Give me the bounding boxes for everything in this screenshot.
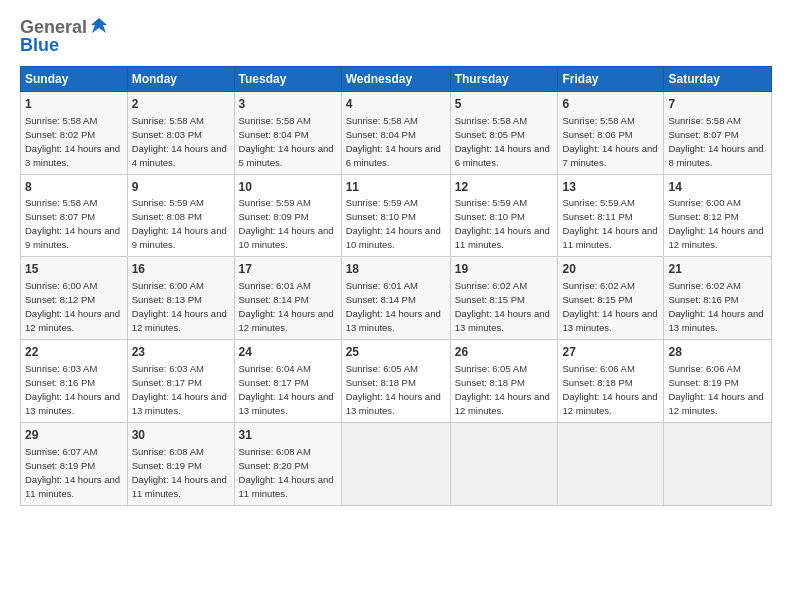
calendar-week-row: 8 Sunrise: 5:58 AMSunset: 8:07 PMDayligh… xyxy=(21,174,772,257)
day-info: Sunrise: 6:05 AMSunset: 8:18 PMDaylight:… xyxy=(455,363,550,416)
day-number: 18 xyxy=(346,261,446,278)
calendar-cell: 30 Sunrise: 6:08 AMSunset: 8:19 PMDaylig… xyxy=(127,422,234,505)
logo: General Blue xyxy=(20,16,109,56)
day-number: 29 xyxy=(25,427,123,444)
weekday-header-wednesday: Wednesday xyxy=(341,66,450,91)
day-info: Sunrise: 5:59 AMSunset: 8:11 PMDaylight:… xyxy=(562,197,657,250)
day-info: Sunrise: 6:01 AMSunset: 8:14 PMDaylight:… xyxy=(239,280,334,333)
page: General Blue SundayMondayTuesdayWednesda… xyxy=(0,0,792,612)
calendar-cell: 31 Sunrise: 6:08 AMSunset: 8:20 PMDaylig… xyxy=(234,422,341,505)
day-number: 27 xyxy=(562,344,659,361)
weekday-header-tuesday: Tuesday xyxy=(234,66,341,91)
day-info: Sunrise: 5:59 AMSunset: 8:10 PMDaylight:… xyxy=(346,197,441,250)
day-info: Sunrise: 5:58 AMSunset: 8:04 PMDaylight:… xyxy=(346,115,441,168)
calendar-cell xyxy=(450,422,558,505)
day-info: Sunrise: 6:03 AMSunset: 8:16 PMDaylight:… xyxy=(25,363,120,416)
day-number: 15 xyxy=(25,261,123,278)
calendar-cell: 14 Sunrise: 6:00 AMSunset: 8:12 PMDaylig… xyxy=(664,174,772,257)
day-info: Sunrise: 5:59 AMSunset: 8:08 PMDaylight:… xyxy=(132,197,227,250)
day-number: 13 xyxy=(562,179,659,196)
calendar-week-row: 15 Sunrise: 6:00 AMSunset: 8:12 PMDaylig… xyxy=(21,257,772,340)
calendar-cell: 16 Sunrise: 6:00 AMSunset: 8:13 PMDaylig… xyxy=(127,257,234,340)
day-info: Sunrise: 6:06 AMSunset: 8:19 PMDaylight:… xyxy=(668,363,763,416)
calendar-cell: 26 Sunrise: 6:05 AMSunset: 8:18 PMDaylig… xyxy=(450,340,558,423)
calendar-cell: 29 Sunrise: 6:07 AMSunset: 8:19 PMDaylig… xyxy=(21,422,128,505)
day-number: 14 xyxy=(668,179,767,196)
day-number: 4 xyxy=(346,96,446,113)
calendar-cell: 12 Sunrise: 5:59 AMSunset: 8:10 PMDaylig… xyxy=(450,174,558,257)
calendar-cell: 21 Sunrise: 6:02 AMSunset: 8:16 PMDaylig… xyxy=(664,257,772,340)
calendar-cell: 7 Sunrise: 5:58 AMSunset: 8:07 PMDayligh… xyxy=(664,91,772,174)
calendar-cell: 17 Sunrise: 6:01 AMSunset: 8:14 PMDaylig… xyxy=(234,257,341,340)
calendar-cell: 28 Sunrise: 6:06 AMSunset: 8:19 PMDaylig… xyxy=(664,340,772,423)
day-info: Sunrise: 6:07 AMSunset: 8:19 PMDaylight:… xyxy=(25,446,120,499)
header: General Blue xyxy=(20,16,772,56)
day-number: 6 xyxy=(562,96,659,113)
day-number: 9 xyxy=(132,179,230,196)
calendar-cell: 24 Sunrise: 6:04 AMSunset: 8:17 PMDaylig… xyxy=(234,340,341,423)
day-number: 16 xyxy=(132,261,230,278)
calendar-cell: 15 Sunrise: 6:00 AMSunset: 8:12 PMDaylig… xyxy=(21,257,128,340)
day-number: 21 xyxy=(668,261,767,278)
calendar-cell: 19 Sunrise: 6:02 AMSunset: 8:15 PMDaylig… xyxy=(450,257,558,340)
day-number: 8 xyxy=(25,179,123,196)
day-number: 10 xyxy=(239,179,337,196)
calendar-cell: 11 Sunrise: 5:59 AMSunset: 8:10 PMDaylig… xyxy=(341,174,450,257)
day-info: Sunrise: 5:58 AMSunset: 8:07 PMDaylight:… xyxy=(668,115,763,168)
calendar-cell xyxy=(664,422,772,505)
day-number: 5 xyxy=(455,96,554,113)
calendar-week-row: 29 Sunrise: 6:07 AMSunset: 8:19 PMDaylig… xyxy=(21,422,772,505)
day-number: 22 xyxy=(25,344,123,361)
day-info: Sunrise: 6:08 AMSunset: 8:20 PMDaylight:… xyxy=(239,446,334,499)
calendar-cell: 25 Sunrise: 6:05 AMSunset: 8:18 PMDaylig… xyxy=(341,340,450,423)
day-info: Sunrise: 6:05 AMSunset: 8:18 PMDaylight:… xyxy=(346,363,441,416)
day-info: Sunrise: 5:58 AMSunset: 8:02 PMDaylight:… xyxy=(25,115,120,168)
day-number: 7 xyxy=(668,96,767,113)
day-number: 19 xyxy=(455,261,554,278)
day-info: Sunrise: 5:59 AMSunset: 8:10 PMDaylight:… xyxy=(455,197,550,250)
day-info: Sunrise: 6:04 AMSunset: 8:17 PMDaylight:… xyxy=(239,363,334,416)
day-number: 24 xyxy=(239,344,337,361)
day-number: 23 xyxy=(132,344,230,361)
calendar-cell xyxy=(558,422,664,505)
calendar-cell: 2 Sunrise: 5:58 AMSunset: 8:03 PMDayligh… xyxy=(127,91,234,174)
calendar-cell: 22 Sunrise: 6:03 AMSunset: 8:16 PMDaylig… xyxy=(21,340,128,423)
weekday-header-saturday: Saturday xyxy=(664,66,772,91)
day-number: 25 xyxy=(346,344,446,361)
logo-wordmark: General Blue xyxy=(20,16,109,56)
day-info: Sunrise: 6:03 AMSunset: 8:17 PMDaylight:… xyxy=(132,363,227,416)
day-number: 26 xyxy=(455,344,554,361)
weekday-header-monday: Monday xyxy=(127,66,234,91)
weekday-header-thursday: Thursday xyxy=(450,66,558,91)
day-number: 3 xyxy=(239,96,337,113)
calendar-cell: 13 Sunrise: 5:59 AMSunset: 8:11 PMDaylig… xyxy=(558,174,664,257)
day-info: Sunrise: 6:02 AMSunset: 8:15 PMDaylight:… xyxy=(562,280,657,333)
day-number: 17 xyxy=(239,261,337,278)
day-info: Sunrise: 6:02 AMSunset: 8:16 PMDaylight:… xyxy=(668,280,763,333)
calendar-week-row: 22 Sunrise: 6:03 AMSunset: 8:16 PMDaylig… xyxy=(21,340,772,423)
day-number: 31 xyxy=(239,427,337,444)
logo-blue-text: Blue xyxy=(20,36,109,56)
calendar-cell: 9 Sunrise: 5:59 AMSunset: 8:08 PMDayligh… xyxy=(127,174,234,257)
day-info: Sunrise: 5:58 AMSunset: 8:03 PMDaylight:… xyxy=(132,115,227,168)
day-info: Sunrise: 6:06 AMSunset: 8:18 PMDaylight:… xyxy=(562,363,657,416)
calendar-cell: 18 Sunrise: 6:01 AMSunset: 8:14 PMDaylig… xyxy=(341,257,450,340)
day-number: 30 xyxy=(132,427,230,444)
weekday-header-sunday: Sunday xyxy=(21,66,128,91)
day-info: Sunrise: 6:02 AMSunset: 8:15 PMDaylight:… xyxy=(455,280,550,333)
weekday-header-row: SundayMondayTuesdayWednesdayThursdayFrid… xyxy=(21,66,772,91)
day-info: Sunrise: 6:08 AMSunset: 8:19 PMDaylight:… xyxy=(132,446,227,499)
day-info: Sunrise: 5:58 AMSunset: 8:06 PMDaylight:… xyxy=(562,115,657,168)
day-number: 11 xyxy=(346,179,446,196)
calendar-cell xyxy=(341,422,450,505)
weekday-header-friday: Friday xyxy=(558,66,664,91)
day-info: Sunrise: 6:01 AMSunset: 8:14 PMDaylight:… xyxy=(346,280,441,333)
calendar-cell: 27 Sunrise: 6:06 AMSunset: 8:18 PMDaylig… xyxy=(558,340,664,423)
day-info: Sunrise: 5:58 AMSunset: 8:07 PMDaylight:… xyxy=(25,197,120,250)
day-info: Sunrise: 6:00 AMSunset: 8:13 PMDaylight:… xyxy=(132,280,227,333)
day-info: Sunrise: 5:59 AMSunset: 8:09 PMDaylight:… xyxy=(239,197,334,250)
logo-bird-icon xyxy=(89,16,109,36)
day-info: Sunrise: 6:00 AMSunset: 8:12 PMDaylight:… xyxy=(25,280,120,333)
calendar-cell: 23 Sunrise: 6:03 AMSunset: 8:17 PMDaylig… xyxy=(127,340,234,423)
calendar-cell: 4 Sunrise: 5:58 AMSunset: 8:04 PMDayligh… xyxy=(341,91,450,174)
